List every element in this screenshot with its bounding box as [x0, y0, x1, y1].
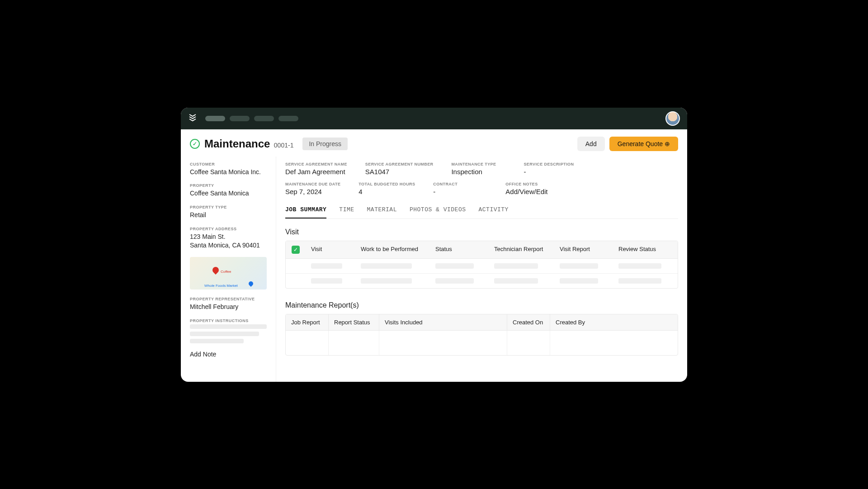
- map-label-coffee: Coffee: [221, 270, 231, 274]
- th-review-status: Review Status: [613, 241, 678, 258]
- property-label: PROPERTY: [190, 183, 267, 188]
- breadcrumb-pill[interactable]: [278, 116, 298, 121]
- table-row[interactable]: [286, 259, 678, 274]
- reports-section-title: Maintenance Report(s): [285, 301, 678, 309]
- user-avatar[interactable]: [665, 111, 680, 126]
- property-address-line1: 123 Main St.: [190, 233, 267, 241]
- th-job-report: Job Report: [286, 314, 329, 330]
- service-desc-value: -: [524, 168, 578, 176]
- maintenance-icon: ✓: [190, 139, 200, 149]
- status-badge: In Progress: [302, 138, 348, 150]
- maint-type-label: MAINTENANCE TYPE: [451, 162, 505, 166]
- breadcrumb-pill[interactable]: [230, 116, 250, 121]
- customer-value: Coffee Santa Monica Inc.: [190, 168, 267, 176]
- th-tech-report: Technician Rerport: [489, 241, 554, 258]
- agreement-name-value: Def Jam Agreement: [285, 168, 347, 176]
- select-all-checkbox[interactable]: ✓: [292, 246, 300, 254]
- table-row[interactable]: [286, 331, 678, 355]
- agreement-name-label: SERVICE AGREEMENT NAME: [285, 162, 347, 166]
- map-pin-icon: [248, 280, 254, 287]
- tab-material[interactable]: MATERIAL: [367, 204, 397, 218]
- agreement-num-label: SERVICE AGREEMENT NUMBER: [365, 162, 434, 166]
- contract-label: CONTRACT: [433, 182, 487, 186]
- table-row[interactable]: [286, 274, 678, 288]
- th-status: Status: [430, 241, 489, 258]
- property-address-line2: Santa Monica, CA 90401: [190, 241, 267, 250]
- th-visit: Visit: [306, 241, 355, 258]
- map-pin-icon: [211, 266, 220, 275]
- app-logo-icon[interactable]: [188, 113, 197, 124]
- rep-value: Mitchell February: [190, 303, 267, 311]
- tab-activity[interactable]: ACTIVITY: [479, 204, 509, 218]
- customer-label: CUSTOMER: [190, 162, 267, 166]
- rep-label: PROPERTY REPRESENTATIVE: [190, 297, 267, 301]
- instructions-placeholder: [190, 324, 267, 343]
- service-desc-label: SERVICE DESCRIPTION: [524, 162, 578, 166]
- th-created-by: Created By: [550, 314, 678, 330]
- instructions-label: PROPERTY INSTRUCTIONS: [190, 318, 267, 323]
- office-notes-label: OFFICE NOTES: [505, 182, 560, 186]
- page-title: Maintenance: [204, 138, 270, 150]
- contract-value: -: [433, 188, 487, 195]
- property-address-label: PROPERTY ADDRESS: [190, 227, 267, 231]
- budget-value: 4: [359, 188, 415, 195]
- th-created-on: Created On: [507, 314, 550, 330]
- main-panel: SERVICE AGREEMENT NAME Def Jam Agreement…: [276, 157, 687, 382]
- add-button[interactable]: Add: [577, 137, 605, 151]
- property-map[interactable]: Coffee Whole Foods Market: [190, 257, 267, 290]
- reports-table: Job Report Report Status Visits Included…: [285, 314, 678, 356]
- th-work: Work to be Performed: [355, 241, 430, 258]
- breadcrumb-pills: [205, 116, 298, 121]
- page-header: ✓ Maintenance 0001-1 In Progress Add Gen…: [181, 129, 687, 157]
- tab-job-summary[interactable]: JOB SUMMARY: [285, 204, 326, 218]
- topbar: [181, 108, 687, 129]
- tab-photos[interactable]: PHOTOS & VIDEOS: [410, 204, 466, 218]
- visit-table: ✓ Visit Work to be Performed Status Tech…: [285, 241, 678, 289]
- app-window: ✓ Maintenance 0001-1 In Progress Add Gen…: [181, 108, 687, 382]
- sidebar: CUSTOMER Coffee Santa Monica Inc. PROPER…: [181, 157, 276, 382]
- property-value: Coffee Santa Monica: [190, 189, 267, 198]
- add-note-link[interactable]: Add Note: [190, 351, 267, 358]
- due-date-value: Sep 7, 2024: [285, 188, 340, 195]
- property-type-value: Retail: [190, 211, 267, 219]
- th-report-status: Report Status: [329, 314, 379, 330]
- maint-type-value: Inspection: [451, 168, 505, 176]
- agreement-num-value: SA1047: [365, 168, 434, 176]
- tab-time[interactable]: TIME: [339, 204, 354, 218]
- breadcrumb-pill[interactable]: [205, 116, 225, 121]
- th-visit-report: Visit Report: [554, 241, 613, 258]
- map-label-store: Whole Foods Market: [204, 284, 238, 288]
- tabs: JOB SUMMARY TIME MATERIAL PHOTOS & VIDEO…: [285, 204, 678, 219]
- due-date-label: MAINTENANCE DUE DATE: [285, 182, 340, 186]
- th-visits-included: Visits Included: [379, 314, 507, 330]
- property-type-label: PROPERTY TYPE: [190, 205, 267, 209]
- office-notes-value[interactable]: Add/View/Edit: [505, 188, 560, 195]
- page-number: 0001-1: [274, 142, 294, 149]
- breadcrumb-pill[interactable]: [254, 116, 274, 121]
- generate-quote-button[interactable]: Generate Quote ⊕: [609, 137, 678, 151]
- visit-section-title: Visit: [285, 228, 678, 236]
- budget-label: TOTAL BUDGETED HOURS: [359, 182, 415, 186]
